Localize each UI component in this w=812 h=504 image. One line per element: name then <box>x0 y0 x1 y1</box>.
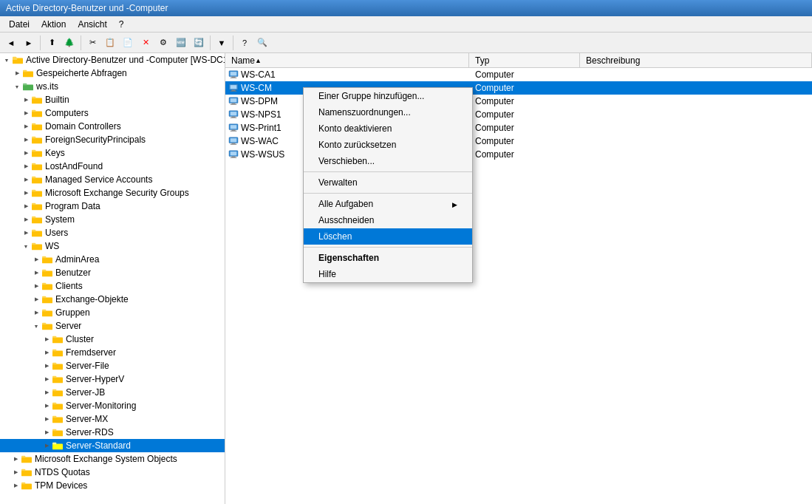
server-expander[interactable] <box>31 321 41 331</box>
managedServiceAccounts-expander[interactable] <box>21 174 31 185</box>
clients-expander[interactable] <box>31 281 41 291</box>
copy-button[interactable]: 📋 <box>102 35 118 51</box>
properties-button[interactable]: ⚙ <box>155 35 171 51</box>
tree-item-benutzer[interactable]: Benutzer <box>0 266 225 279</box>
tree-item-keys[interactable]: Keys <box>0 146 225 160</box>
lostAndFound-expander[interactable] <box>21 161 31 171</box>
tree-item-lostAndFound[interactable]: LostAndFound <box>0 160 225 173</box>
tree-item-exchangeObjekte[interactable]: Exchange-Objekte <box>0 293 225 306</box>
tree-item-serverMonitoring[interactable]: Server-Monitoring <box>0 399 225 412</box>
tree-item-managedServiceAccounts[interactable]: Managed Service Accounts <box>0 173 225 186</box>
show-tree-button[interactable]: 🌲 <box>61 35 78 51</box>
foreignSecurityPrincipals-expander[interactable] <box>21 134 31 145</box>
col-header-type[interactable]: Typ <box>469 53 580 67</box>
tree-item-server[interactable]: Server <box>0 319 225 333</box>
microsoftExchangeSystemObjects-expander[interactable] <box>10 454 21 464</box>
serverMonitoring-expander[interactable] <box>41 401 52 411</box>
tree-item-fremdserver[interactable]: Fremdserver <box>0 346 225 359</box>
domainControllers-expander[interactable] <box>21 121 31 132</box>
tree-item-domainControllers[interactable]: Domain Controllers <box>0 120 225 133</box>
ctx-item-nameMapping[interactable]: Namenszuordnungen... <box>304 104 472 120</box>
up-button[interactable]: ⬆ <box>44 35 60 51</box>
forward-button[interactable]: ► <box>21 35 37 51</box>
content-row-ws-ca1[interactable]: WS-CA1Computer <box>225 68 812 81</box>
system-expander[interactable] <box>21 214 31 225</box>
serverFile-expander[interactable] <box>41 361 52 371</box>
tree-item-ntdsQuotas[interactable]: NTDS Quotas <box>0 466 225 479</box>
tree-item-microsoftExchangeSecurityGroups[interactable]: Microsoft Exchange Security Groups <box>0 186 225 200</box>
tree-item-cluster[interactable]: Cluster <box>0 333 225 346</box>
refresh-button[interactable]: 🔄 <box>191 35 207 51</box>
ctx-item-manage[interactable]: Verwalten <box>304 174 472 191</box>
tree-item-gruppen[interactable]: Gruppen <box>0 306 225 319</box>
back-button[interactable]: ◄ <box>3 35 19 51</box>
tree-item-foreignSecurityPrincipals[interactable]: ForeignSecurityPrincipals <box>0 133 225 146</box>
ctx-item-help[interactable]: Hilfe <box>304 266 472 282</box>
search-button[interactable]: 🔍 <box>254 35 270 51</box>
ntdsQuotas-expander[interactable] <box>10 467 21 477</box>
serverMX-expander[interactable] <box>41 414 52 424</box>
exchangeObjekte-expander[interactable] <box>31 294 41 304</box>
ctx-item-move[interactable]: Verschieben... <box>304 153 472 169</box>
ctx-item-delete[interactable]: Löschen <box>304 228 472 245</box>
tree-item-users[interactable]: Users <box>0 226 225 239</box>
ctx-item-resetAccount[interactable]: Konto zurücksetzen <box>304 137 472 153</box>
benutzer-expander[interactable] <box>31 268 41 278</box>
tree-item-microsoftExchangeSystemObjects[interactable]: Microsoft Exchange System Objects <box>0 452 225 466</box>
tpmDevices-expander[interactable] <box>10 480 21 491</box>
menu-datei[interactable]: Datei <box>3 18 35 31</box>
serverJB-expander[interactable] <box>41 387 52 398</box>
saved-queries-expander[interactable] <box>12 68 22 78</box>
adminArea-expander[interactable] <box>31 254 41 265</box>
ctx-item-addToGroup[interactable]: Einer Gruppe hinzufügen... <box>304 88 472 104</box>
ctx-item-allTasks[interactable]: Alle Aufgaben <box>304 196 472 212</box>
filter-button[interactable]: ▼ <box>214 35 230 51</box>
programData-expander[interactable] <box>21 201 31 211</box>
computers-expander[interactable] <box>21 108 31 118</box>
menu-help[interactable]: ? <box>113 18 130 31</box>
tree-item-serverMX[interactable]: Server-MX <box>0 412 225 426</box>
tree-item-ws[interactable]: WS <box>0 239 225 253</box>
tree-panel[interactable]: Active Directory-Benutzer und -Computer … <box>0 53 225 504</box>
tree-item-computers[interactable]: Computers <box>0 106 225 120</box>
tree-saved-queries[interactable]: Gespeicherte Abfragen <box>0 67 225 80</box>
ctx-item-properties[interactable]: Eigenschaften <box>304 250 472 266</box>
new-button[interactable]: 🆕 <box>173 35 189 51</box>
cut-button[interactable]: ✂ <box>84 35 100 51</box>
tree-item-system[interactable]: System <box>0 213 225 226</box>
serverRDS-expander[interactable] <box>41 427 52 437</box>
help-button[interactable]: ? <box>236 35 253 51</box>
fremdserver-expander[interactable] <box>41 347 52 358</box>
paste-button[interactable]: 📄 <box>120 35 136 51</box>
tree-item-serverJB[interactable]: Server-JB <box>0 386 225 399</box>
domain-expander[interactable] <box>12 81 22 92</box>
tree-item-programData[interactable]: Program Data <box>0 200 225 213</box>
tree-domain[interactable]: ws.its <box>0 80 225 93</box>
delete-button[interactable]: ✕ <box>137 35 154 51</box>
tree-item-builtin[interactable]: Builtin <box>0 93 225 106</box>
microsoftExchangeSecurityGroups-expander[interactable] <box>21 188 31 198</box>
col-header-desc[interactable]: Beschreibung <box>580 53 812 67</box>
serverStandard-expander[interactable] <box>41 440 52 451</box>
keys-expander[interactable] <box>21 148 31 158</box>
users-expander[interactable] <box>21 228 31 238</box>
cluster-expander[interactable] <box>41 334 52 344</box>
tree-item-adminArea[interactable]: AdminArea <box>0 253 225 266</box>
tree-item-serverHyperV[interactable]: Server-HyperV <box>0 372 225 386</box>
ctx-item-disableAccount[interactable]: Konto deaktivieren <box>304 120 472 137</box>
tree-item-tpmDevices[interactable]: TPM Devices <box>0 479 225 492</box>
ws-expander[interactable] <box>21 241 31 251</box>
gruppen-expander[interactable] <box>31 307 41 318</box>
tree-item-serverStandard[interactable]: Server-Standard <box>0 439 225 452</box>
col-header-name[interactable]: Name <box>225 53 469 67</box>
ctx-item-cut[interactable]: Ausschneiden <box>304 212 472 228</box>
serverHyperV-expander[interactable] <box>41 374 52 384</box>
builtin-expander[interactable] <box>21 95 31 105</box>
tree-item-serverRDS[interactable]: Server-RDS <box>0 426 225 439</box>
tree-root[interactable]: Active Directory-Benutzer und -Computer … <box>0 53 225 67</box>
menu-aktion[interactable]: Aktion <box>35 18 72 31</box>
root-expander[interactable] <box>1 55 12 65</box>
menu-ansicht[interactable]: Ansicht <box>72 18 112 31</box>
tree-item-clients[interactable]: Clients <box>0 279 225 293</box>
tree-item-serverFile[interactable]: Server-File <box>0 359 225 372</box>
